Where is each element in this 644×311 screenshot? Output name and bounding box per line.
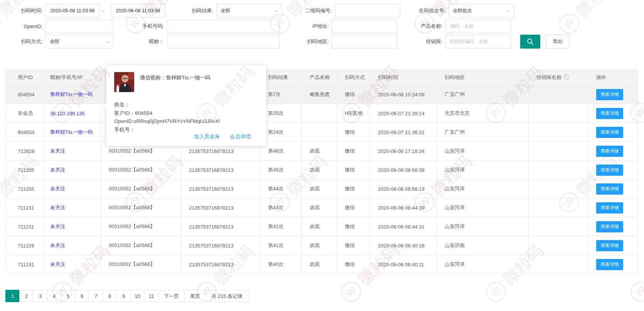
cell-dealer [529, 217, 588, 236]
view-detail-button[interactable]: 查看详情 [596, 165, 623, 176]
table-body: 604554 詹梓财Tᴇʟ一物一码 第7次 鲍鱼燕窝 微信 2020-06-08… [6, 85, 638, 274]
phone-input[interactable] [167, 19, 280, 33]
next-page-button[interactable]: 下一页 [158, 290, 185, 302]
view-detail-button[interactable]: 查看详情 [596, 146, 623, 157]
cell-method: H5/其他 [337, 104, 370, 123]
view-detail-button[interactable]: 查看详情 [596, 108, 623, 119]
cell-product: 农蔬 [302, 217, 337, 236]
nickname-input[interactable] [167, 35, 280, 49]
last-page-button[interactable]: 尾页 [184, 290, 206, 302]
cell-nickname: 詹梓财Tᴇʟ一物一码 [45, 123, 101, 142]
view-detail-button[interactable]: 查看详情 [596, 127, 623, 138]
cell-product: 农蔬 [302, 180, 337, 198]
cell-time: 2020-06-06 08:56:19 [370, 180, 437, 198]
nickname-link[interactable]: 未关注 [50, 148, 65, 154]
page-button[interactable]: 4 [47, 290, 61, 302]
nickname-link[interactable]: 未关注 [50, 186, 65, 192]
popup-info-lines: 姓名： 客户ID：604554 OpenID:oRRsq0jDjmH7VRYsY… [114, 101, 220, 134]
cell-method: 微信 [337, 180, 370, 198]
page-button[interactable]: 9 [116, 290, 131, 302]
cell-method: 微信 [337, 198, 370, 217]
scan-region-input[interactable] [332, 35, 397, 49]
nickname-link[interactable]: 未关注 [50, 242, 65, 248]
page-button[interactable]: 1 [5, 290, 20, 302]
cell-dealer [529, 180, 588, 198]
filter-row-3: 扫码方式: 全部 ▼ 昵称： 扫码地区: 经销商: 导出 [0, 35, 570, 49]
scan-result-select[interactable]: 全部 ▼ [216, 4, 282, 18]
view-detail-button[interactable]: 查看详情 [596, 183, 623, 195]
cell-nickname: 未关注 [45, 198, 101, 217]
cell-nickname: 未关注 [45, 161, 101, 180]
cell-user-id: 604554 [6, 123, 45, 142]
page-button[interactable]: 6 [75, 290, 89, 302]
scan-time-from-input[interactable] [46, 4, 99, 18]
view-detail-button[interactable]: 查看详情 [596, 202, 623, 213]
add-blacklist-link[interactable]: 加入黑名单 [194, 134, 220, 140]
watermark-logo-icon: W [337, 277, 366, 306]
cell-time: 2020-06-06 17:18:34 [370, 142, 437, 161]
nickname-link[interactable]: 未关注 [50, 205, 65, 210]
page-button[interactable]: 2 [19, 290, 34, 302]
batch-number-select[interactable]: 全部批次 ▼ [448, 4, 514, 18]
scan-time-to-input[interactable] [111, 4, 165, 18]
cell-user-id: 711255 [6, 161, 45, 180]
table-row: 711255 未关注 00010052【a0568】 2135753716878… [6, 180, 638, 198]
cell-user-id: 711231 [6, 198, 45, 217]
cell-action: 查看详情 [588, 255, 638, 274]
cell-qr: 2135753716878213 [181, 180, 260, 198]
cell-nickname: 未关注 [45, 217, 101, 236]
ip-label: IP地址: [280, 23, 329, 30]
nickname-link[interactable]: 36.110.199.135 [50, 111, 84, 116]
scan-result-value: 全部 [221, 8, 230, 14]
cell-nickname: 未关注 [45, 236, 101, 255]
cell-region: 山东菏泽 [437, 255, 529, 274]
nickname-link[interactable]: 未关注 [50, 167, 65, 173]
table-row: 711229 未关注 00010052【a0568】 2135753716878… [6, 236, 638, 255]
nickname-link[interactable]: 詹梓财Tᴇʟ一物一码 [50, 129, 93, 135]
cell-time: 2020-06-07 21:39:14 [370, 104, 437, 123]
dealer-input[interactable] [445, 35, 511, 49]
view-detail-button[interactable]: 查看详情 [596, 240, 623, 251]
watermark-text: 微粒码 [643, 61, 644, 111]
openid-input[interactable] [46, 19, 114, 33]
filter-panel: 扫码时间: - 扫码结果: 全部 ▼ 二维码编号: 生码批次号: 全部批次 ▼ … [0, 0, 644, 54]
chevron-down-icon: ▼ [507, 10, 510, 13]
pagination: 1234567891011 下一页 尾页 共 215 条记录 [6, 290, 248, 302]
export-button[interactable]: 导出 [546, 35, 570, 49]
records-table: 用户ID 昵称/手机号/IP 扫码结果 产品名称 扫码方式 扫码时间 扫码地区 … [6, 70, 638, 274]
nickname-link[interactable]: 未关注 [50, 261, 65, 267]
filter-row-2: OpenID: 手机号码: IP地址: 产品名称: [0, 19, 511, 33]
nickname-link[interactable]: 詹梓财Tᴇʟ一物一码 [50, 91, 93, 97]
page-button[interactable]: 5 [61, 290, 75, 302]
table-row: 604554 詹梓财Tᴇʟ一物一码 第24次 微信 2020-06-07 21:… [6, 123, 638, 142]
view-detail-button[interactable]: 查看详情 [596, 89, 623, 100]
cell-dealer [529, 123, 588, 142]
col-user-id: 用户ID [6, 70, 45, 85]
page-button[interactable]: 7 [89, 290, 103, 302]
page-button[interactable]: 10 [130, 290, 145, 302]
cell-time: 2020-06-08 10:24:08 [370, 85, 437, 104]
product-name-input[interactable] [445, 19, 511, 33]
search-icon [526, 38, 534, 45]
nickname-link[interactable]: 未关注 [50, 224, 65, 229]
page-button[interactable]: 3 [33, 290, 47, 302]
page-button[interactable]: 11 [144, 290, 158, 302]
col-region: 扫码地区 [437, 70, 529, 85]
cell-action: 查看详情 [588, 104, 638, 123]
cell-region: 山东菏泽 [437, 198, 529, 217]
cell-qr: 2135753716878213 [181, 161, 260, 180]
ip-input[interactable] [332, 19, 397, 33]
page-buttons: 1234567891011 [6, 290, 158, 302]
page-button[interactable]: 8 [103, 290, 117, 302]
view-detail-button[interactable]: 查看详情 [596, 259, 623, 270]
batch-number-label: 生码批次号: [400, 7, 445, 14]
col-action: 操作 [588, 70, 638, 85]
cell-action: 查看详情 [588, 123, 638, 142]
view-detail-button[interactable]: 查看详情 [596, 221, 623, 232]
openid-label: OpenID: [0, 24, 42, 29]
search-button[interactable] [520, 35, 540, 49]
cell-user-id: 712828 [6, 142, 45, 161]
member-detail-link[interactable]: 会员详情 [230, 134, 251, 140]
scan-method-select[interactable]: 全部 ▼ [46, 35, 114, 49]
qr-number-input[interactable] [335, 4, 400, 18]
